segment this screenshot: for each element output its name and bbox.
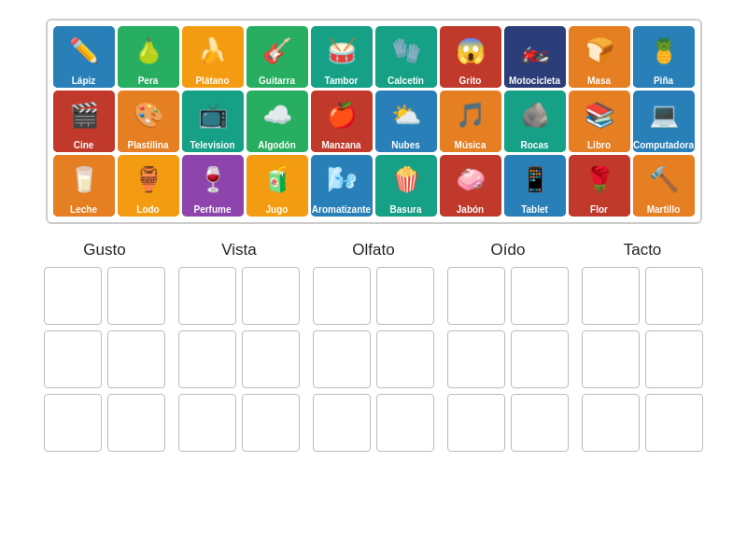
grid-cell-algodón[interactable]: ☁️Algodón [247,91,308,152]
cell-icon: 🔨 [633,155,695,203]
grid-cell-jugo[interactable]: 🧃Jugo [247,155,308,217]
cell-label: Rocas [504,139,566,152]
grid-cell-perfume[interactable]: 🍷Perfume [182,155,244,217]
drop-row [582,267,703,325]
drop-box[interactable] [447,267,505,325]
drop-box[interactable] [107,330,165,388]
cell-label: Nubes [375,139,437,152]
drop-row [178,267,300,325]
drop-row [178,394,300,452]
grid-cell-piña[interactable]: 🍍Piña [633,26,695,88]
drop-box[interactable] [447,330,505,388]
grid-cell-guitarra[interactable]: 🎸Guitarra [247,26,308,88]
grid-cell-jabón[interactable]: 🧼Jabón [440,155,501,217]
grid-cell-television[interactable]: 📺Television [182,91,244,152]
image-grid-wrapper: ✏️Lápiz🍐Pera🍌Plátano🎸Guitarra🥁Tambor🧤Cal… [46,19,702,224]
drop-rows [178,267,300,452]
cell-icon: 🍿 [375,155,437,203]
drop-box[interactable] [645,330,703,388]
drop-box[interactable] [107,394,165,452]
drop-box[interactable] [645,394,703,452]
drop-box[interactable] [242,267,300,325]
drop-row [582,330,703,388]
cell-label: Leche [53,203,115,217]
drop-row [313,394,434,452]
grid-cell-basura[interactable]: 🍿Basura [375,155,437,217]
drop-box[interactable] [511,394,569,452]
cell-label: Piña [633,75,695,88]
grid-cell-calcetín[interactable]: 🧤Calcetín [375,26,437,88]
grid-cell-lodo[interactable]: 🏺Lodo [118,155,179,217]
cell-icon: 💻 [633,91,695,139]
drop-box[interactable] [582,394,640,452]
cell-icon: ⛅ [375,91,437,139]
drop-box[interactable] [178,267,236,325]
grid-cell-motocicleta[interactable]: 🏍️Motocicleta [504,26,566,88]
grid-cell-grito[interactable]: 😱Grito [440,26,501,88]
drop-row [178,330,300,388]
drop-box[interactable] [44,394,102,452]
drop-row [44,330,165,388]
drop-box[interactable] [376,394,434,452]
drop-box[interactable] [178,330,236,388]
cell-label: Cine [53,139,115,152]
grid-cell-lápiz[interactable]: ✏️Lápiz [53,26,115,88]
drop-box[interactable] [511,267,569,325]
grid-cell-plastilina[interactable]: 🎨Plastilina [118,91,179,152]
cell-label: Guitarra [247,75,308,88]
drop-box[interactable] [313,267,371,325]
grid-cell-cine[interactable]: 🎬Cine [53,91,115,152]
grid-cell-masa[interactable]: 🍞Masa [569,26,630,88]
drop-box[interactable] [242,330,300,388]
grid-cell-aromatizante[interactable]: 🌬️Aromatizante [311,155,373,217]
grid-cell-nubes[interactable]: ⛅Nubes [375,91,437,152]
grid-cell-martillo[interactable]: 🔨Martillo [633,155,695,217]
drop-rows [44,267,165,452]
cell-icon: 🎬 [53,91,115,139]
grid-cell-tablet[interactable]: 📱Tablet [504,155,566,217]
drop-row [582,394,703,452]
cell-icon: 📚 [569,91,630,139]
cell-label: Basura [375,203,437,217]
drop-box[interactable] [107,267,165,325]
drop-box[interactable] [376,267,434,325]
drop-box[interactable] [645,267,703,325]
cell-label: Perfume [182,203,244,217]
grid-cell-pera[interactable]: 🍐Pera [118,26,179,88]
cell-icon: 📱 [504,155,566,203]
drop-box[interactable] [44,330,102,388]
grid-cell-rocas[interactable]: 🪨Rocas [504,91,566,152]
grid-cell-plátano[interactable]: 🍌Plátano [182,26,244,88]
drop-column-header-vista: Vista [221,241,257,259]
grid-cell-flor[interactable]: 🌹Flor [569,155,630,217]
drop-box[interactable] [313,330,371,388]
grid-cell-libro[interactable]: 📚Libro [569,91,630,152]
cell-icon: 🧤 [375,26,437,75]
drop-box[interactable] [582,267,640,325]
cell-label: Tambor [311,75,373,88]
cell-label: Plastilina [118,139,179,152]
grid-cell-tambor[interactable]: 🥁Tambor [311,26,373,88]
cell-icon: 🏺 [118,155,179,203]
cell-icon: 🧃 [247,155,308,203]
grid-cell-computadora[interactable]: 💻Computadora [633,91,695,152]
cell-icon: 🍐 [118,26,179,75]
cell-label: Lápiz [53,75,115,88]
grid-cell-leche[interactable]: 🥛Leche [53,155,115,217]
drop-box[interactable] [376,330,434,388]
drop-box[interactable] [242,394,300,452]
cell-icon: 😱 [440,26,501,75]
drop-box[interactable] [178,394,236,452]
cell-icon: 🥁 [311,26,373,75]
grid-cell-música[interactable]: 🎵Música [440,91,501,152]
drop-box[interactable] [582,330,640,388]
drop-row [313,330,434,388]
drop-box[interactable] [44,267,102,325]
drop-column-header-oído: Oído [491,241,526,259]
cell-icon: 🍎 [311,91,373,139]
grid-cell-manzana[interactable]: 🍎Manzana [311,91,373,152]
drop-box[interactable] [313,394,371,452]
cell-label: Jugo [247,203,308,217]
drop-box[interactable] [511,330,569,388]
drop-box[interactable] [447,394,505,452]
